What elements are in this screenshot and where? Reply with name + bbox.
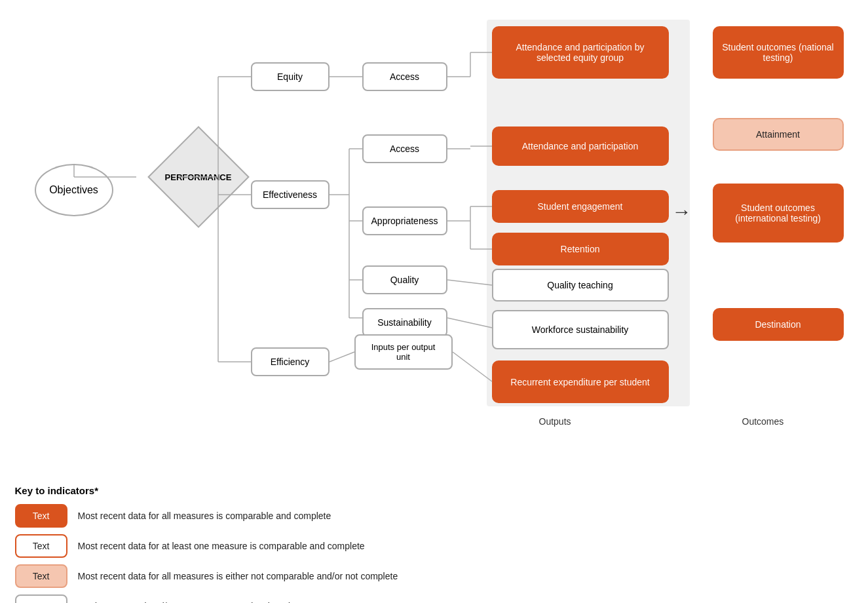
output-engagement-node: Student engagement <box>492 190 669 223</box>
output-recurrent-node: Recurrent expenditure per student <box>492 360 669 403</box>
inputs-node: Inputs per output unit <box>354 334 453 370</box>
inputs-box: Inputs per output unit <box>354 334 453 370</box>
key-badge-outline-orange: Text <box>15 534 67 558</box>
output-retention-box: Retention <box>492 233 669 265</box>
access-equity-box: Access <box>362 62 447 91</box>
diagram-container: Objectives PERFORMANCE Equity Effectiven… <box>15 13 854 603</box>
efficiency-box: Efficiency <box>251 347 330 376</box>
key-item-4: Text No data reported and/or no measures… <box>15 594 854 603</box>
performance-node: PERFORMANCE <box>136 134 241 220</box>
outcome-national-box: Student outcomes (national testing) <box>713 26 844 79</box>
key-item-1: Text Most recent data for all measures i… <box>15 504 854 528</box>
performance-diamond: PERFORMANCE <box>156 134 241 220</box>
quality-node: Quality <box>362 265 447 294</box>
outcome-international-box: Student outcomes (international testing) <box>713 184 844 243</box>
key-badge-light-peach: Text <box>15 564 67 588</box>
key-desc-3: Most recent data for all measures is eit… <box>78 571 398 581</box>
output-attendance-equity-node: Attendance and participation by selected… <box>492 26 669 79</box>
output-workforce-box: Workforce sustainability <box>492 310 669 349</box>
performance-label: PERFORMANCE <box>156 134 241 220</box>
outcome-attainment-node: Attainment <box>713 118 844 151</box>
sustainability-node: Sustainability <box>362 308 447 337</box>
svg-line-14 <box>330 352 354 362</box>
efficiency-node: Efficiency <box>251 347 330 376</box>
arrow-outputs-outcomes: → <box>672 202 692 222</box>
output-attendance-node: Attendance and participation <box>492 126 669 166</box>
outcomes-label: Outcomes <box>742 416 784 427</box>
effectiveness-box: Effectiveness <box>251 180 330 209</box>
output-attendance-box: Attendance and participation <box>492 126 669 166</box>
svg-line-25 <box>447 318 492 328</box>
key-item-3: Text Most recent data for all measures i… <box>15 564 854 588</box>
outcome-destination-node: Destination <box>713 308 844 341</box>
output-workforce-node: Workforce sustainability <box>492 310 669 349</box>
outcome-national-node: Student outcomes (national testing) <box>713 26 844 79</box>
quality-box: Quality <box>362 265 447 294</box>
output-attendance-equity-box: Attendance and participation by selected… <box>492 26 669 79</box>
objectives-ellipse: Objectives <box>35 164 113 216</box>
access-eff-node: Access <box>362 134 447 163</box>
key-section: Key to indicators* Text Most recent data… <box>15 478 854 603</box>
outputs-label: Outputs <box>539 416 571 427</box>
output-quality-node: Quality teaching <box>492 269 669 302</box>
outcome-international-node: Student outcomes (international testing) <box>713 184 844 243</box>
output-recurrent-box: Recurrent expenditure per student <box>492 360 669 403</box>
key-title: Key to indicators* <box>15 485 854 496</box>
output-quality-box: Quality teaching <box>492 269 669 302</box>
equity-box: Equity <box>251 62 330 91</box>
key-item-2: Text Most recent data for at least one m… <box>15 534 854 558</box>
key-badge-full-orange: Text <box>15 504 67 528</box>
sustainability-box: Sustainability <box>362 308 447 337</box>
access-equity-node: Access <box>362 62 447 91</box>
outcome-attainment-box: Attainment <box>713 118 844 151</box>
diagram-wrapper: Objectives PERFORMANCE Equity Effectiven… <box>15 13 854 459</box>
output-engagement-box: Student engagement <box>492 190 669 223</box>
objectives-node: Objectives <box>35 164 113 216</box>
key-desc-1: Most recent data for all measures is com… <box>78 511 331 521</box>
appropriateness-box: Appropriateness <box>362 206 447 235</box>
key-desc-2: Most recent data for at least one measur… <box>78 541 365 551</box>
appropriateness-node: Appropriateness <box>362 206 447 235</box>
effectiveness-node: Effectiveness <box>251 180 330 209</box>
svg-line-24 <box>447 280 492 285</box>
key-badge-outline-gray: Text <box>15 594 67 603</box>
objectives-label: Objectives <box>49 184 98 196</box>
svg-line-26 <box>453 352 492 381</box>
outcome-destination-box: Destination <box>713 308 844 341</box>
output-retention-node: Retention <box>492 233 669 265</box>
access-eff-box: Access <box>362 134 447 163</box>
equity-node: Equity <box>251 62 330 91</box>
